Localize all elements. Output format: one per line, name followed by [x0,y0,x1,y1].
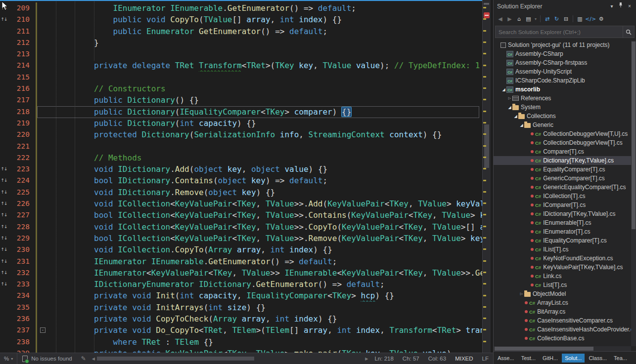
line-number[interactable]: 234 [8,290,36,301]
line-number[interactable]: 237 [8,324,36,336]
tree-item[interactable]: C#GenericComparer[T].cs [494,174,631,183]
tree-horizontal-scrollbar[interactable] [494,346,631,351]
search-icon[interactable] [623,26,634,38]
tree-item[interactable]: ▷References [494,94,631,103]
code-line[interactable]: ↑↓224 bool IDictionary.Contains(object k… [0,175,482,186]
tree-item[interactable]: C#Assembly-CSharp-firstpass [494,58,631,67]
back-icon[interactable]: ◀ [496,16,505,22]
tree-item[interactable]: C#KeyNotFoundException.cs [494,254,631,263]
line-number[interactable]: 221 [8,141,36,152]
line-number[interactable]: 218 [8,106,36,118]
inheritance-margin-icon[interactable]: ↑↓ [0,267,8,279]
forward-icon[interactable]: ▶ [505,16,514,22]
tree-item[interactable]: C#ICollection[T].cs [494,192,631,201]
expander-expanded-icon[interactable]: ◢ [501,87,506,92]
line-number[interactable]: 226 [8,198,36,209]
code-line[interactable]: 214 private delegate TRet Transform<TRet… [0,60,482,71]
code-line[interactable]: 216 // Constructors [0,83,482,94]
zoom-control[interactable]: % ▾ [0,353,17,364]
editor-vertical-scrollbar[interactable] [482,0,491,353]
editor-horizontal-scrollbar[interactable]: ◀ ▶ [90,353,370,364]
line-number[interactable]: 236 [8,313,36,324]
code-line[interactable]: 217 public Dictionary() {} [0,94,482,106]
tree-item[interactable]: C#BitArray.cs [494,307,631,316]
tree-item[interactable]: C#CollectionBase.cs [494,334,631,343]
tree-item[interactable]: C#IComparer[T].cs [494,201,631,209]
expander-expanded-icon[interactable]: ◢ [513,114,518,119]
code-line[interactable]: 222 // Methods [0,152,482,163]
tree-item[interactable]: C#List[T].cs [494,281,631,289]
horizontal-scrollbar-thumb[interactable] [97,357,254,361]
tree-item[interactable]: C#Dictionary[TKey,TValue].cs [494,156,631,165]
inheritance-margin-icon[interactable]: ↑↓ [0,175,8,186]
code-line[interactable]: 239 private static KeyValuePair<TKey, TV… [0,348,482,353]
line-number[interactable]: 239 [8,348,36,353]
scroll-right-arrow[interactable]: ▶ [363,357,370,361]
tree-item[interactable]: C#CaseInsensitiveComparer.cs [494,316,631,325]
code-line[interactable]: 236 private void CopyToCheck(Array array… [0,313,482,324]
switch-views-icon[interactable]: ▤ [524,16,533,22]
code-line[interactable]: 237- private void Do_CopyTo<TRet, TElem>… [0,324,482,336]
window-position-icon[interactable]: ▾ [607,2,616,11]
inheritance-margin-icon[interactable]: ↑↓ [0,187,8,198]
line-number[interactable]: 235 [8,302,36,313]
tree-item[interactable]: ◢Generic [494,121,631,129]
tree-item[interactable]: C#Link.cs [494,272,631,281]
tree-item[interactable]: ◢System [494,103,631,112]
line-number[interactable]: 222 [8,152,36,163]
inheritance-margin-icon[interactable]: ↑↓ [0,2,8,14]
line-number[interactable]: 232 [8,267,36,279]
code-line[interactable]: 238 where TRet : TElem {} [0,336,482,348]
inheritance-margin-icon[interactable]: ↑↓ [0,279,8,290]
code-line[interactable]: 220 protected Dictionary(SerializationIn… [0,129,482,140]
code-line[interactable]: 211 public Enumerator GetEnumerator() =>… [0,26,482,37]
editor-splitter-handle[interactable] [484,3,489,5]
panel-tab-tea[interactable]: Tea... [611,354,630,363]
tree-hscroll-thumb[interactable] [495,347,593,351]
tree-item[interactable]: C#EqualityComparer[T].cs [494,165,631,174]
tree-item[interactable]: C#IList[T].cs [494,245,631,254]
tree-item[interactable]: C#CollectionDebuggerView[T].cs [494,138,631,147]
tree-vertical-scrollbar[interactable] [631,40,636,346]
line-number[interactable]: 212 [8,37,36,48]
line-number[interactable]: 220 [8,129,36,140]
line-number[interactable]: 210 [8,14,36,25]
line-number[interactable]: 209 [8,2,36,14]
line-number[interactable]: 227 [8,209,36,221]
home-icon[interactable]: ⌂ [514,16,524,22]
expander-expanded-icon[interactable]: ◢ [507,105,512,110]
line-number[interactable]: 216 [8,83,36,94]
code-line[interactable]: 215 [0,72,482,83]
close-icon[interactable]: × [625,2,634,11]
line-number[interactable]: 211 [8,26,36,37]
document-health-indicator[interactable]: No issues found [17,356,77,362]
inheritance-margin-icon[interactable]: ↑↓ [0,244,8,255]
line-number[interactable]: 225 [8,187,36,198]
line-number[interactable]: 231 [8,256,36,267]
search-input[interactable] [496,29,623,35]
tree-item[interactable]: C#ICSharpCode.SharpZipLib [494,76,631,85]
expander-collapsed-icon[interactable]: ▷ [507,96,512,100]
scroll-left-arrow[interactable]: ◀ [90,357,97,361]
properties-icon[interactable]: ⚙ [596,16,606,22]
tree-item[interactable]: C#ArrayList.cs [494,298,631,307]
code-editor[interactable]: ↑↓209 IEnumerator IEnumerable.GetEnumera… [0,0,482,353]
line-number[interactable]: 214 [8,60,36,71]
tree-item[interactable]: C#Assembly-UnityScript [494,67,631,76]
code-line[interactable]: 221 [0,141,482,152]
code-line[interactable]: ↑↓226 void ICollection<KeyValuePair<TKey… [0,198,482,209]
inheritance-margin-icon[interactable]: ↑↓ [0,163,8,175]
inheritance-margin-icon[interactable]: ↑↓ [0,209,8,221]
panel-tab-asse[interactable]: Asse... [495,354,517,363]
line-number[interactable]: 223 [8,163,36,175]
code-line[interactable]: 235 private void InitArrays(int size) {} [0,302,482,313]
tree-item[interactable]: C#IDictionary[TKey,TValue].cs [494,209,631,218]
inheritance-margin-icon[interactable]: ↑↓ [0,221,8,233]
inheritance-margin-icon[interactable]: ↑↓ [0,256,8,267]
tree-item[interactable]: C#IEnumerator[T].cs [494,227,631,236]
line-number[interactable]: 229 [8,233,36,244]
tree-item[interactable]: ◢C#mscorlib [494,85,631,94]
tree-item[interactable]: C#Comparer[T].cs [494,147,631,156]
tree-item[interactable]: C#GenericEqualityComparer[T].cs [494,183,631,192]
inheritance-margin-icon[interactable]: ↑↓ [0,233,8,244]
